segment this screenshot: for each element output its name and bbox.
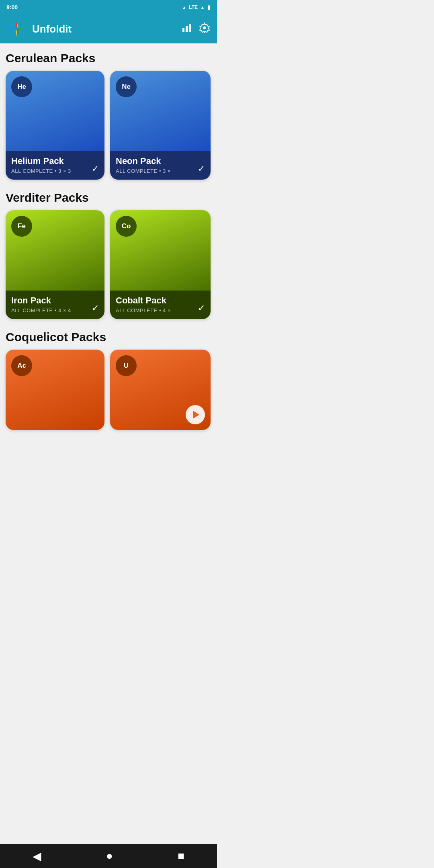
helium-badge: He bbox=[11, 76, 32, 97]
uranium-badge: U bbox=[116, 355, 137, 376]
svg-rect-8 bbox=[182, 28, 184, 32]
iron-card-name: Iron Pack bbox=[11, 295, 99, 306]
svg-point-11 bbox=[203, 27, 206, 29]
neon-check-icon: ✓ bbox=[198, 164, 205, 174]
cobalt-card-info: Cobalt Pack ALL COMPLETE • 4 × ✓ bbox=[110, 291, 211, 319]
neon-card-name: Neon Pack bbox=[116, 156, 205, 166]
status-icons: LTE bbox=[182, 4, 211, 10]
coquelicot-pack-row: Ac U bbox=[6, 350, 211, 430]
iron-card-info: Iron Pack ALL COMPLETE • 4 × 4 ✓ bbox=[6, 291, 104, 319]
iron-pack-card[interactable]: Fe Iron Pack ALL COMPLETE • 4 × 4 ✓ bbox=[6, 210, 104, 319]
cobalt-card-subtitle: ALL COMPLETE • 4 × bbox=[116, 307, 205, 313]
neon-card-subtitle: ALL COMPLETE • 3 × bbox=[116, 168, 205, 174]
cerulean-section: Cerulean Packs He Helium Pack ALL COMPLE… bbox=[6, 51, 211, 180]
helium-card-info: Helium Pack ALL COMPLETE • 3 × 3 ✓ bbox=[6, 151, 104, 180]
verditer-title: Verditer Packs bbox=[6, 191, 211, 205]
actinium-card-image: Ac bbox=[6, 350, 104, 430]
cerulean-title: Cerulean Packs bbox=[6, 51, 211, 65]
cerulean-pack-row: He Helium Pack ALL COMPLETE • 3 × 3 ✓ Ne… bbox=[6, 71, 211, 180]
iron-badge: Fe bbox=[11, 216, 32, 237]
chart-icon[interactable] bbox=[182, 23, 192, 35]
iron-card-subtitle: ALL COMPLETE • 4 × 4 bbox=[11, 307, 99, 313]
verditer-section: Verditer Packs Fe Iron Pack ALL COMPLETE… bbox=[6, 191, 211, 319]
app-logo bbox=[7, 19, 27, 39]
status-bar: 9:00 LTE bbox=[0, 0, 217, 14]
neon-badge: Ne bbox=[116, 76, 137, 97]
neon-card-image: Ne bbox=[110, 71, 211, 151]
cobalt-badge: Co bbox=[116, 216, 137, 237]
helium-check-icon: ✓ bbox=[92, 164, 99, 174]
iron-check-icon: ✓ bbox=[92, 303, 99, 313]
play-button[interactable] bbox=[186, 405, 205, 424]
app-bar-actions bbox=[182, 23, 210, 35]
helium-card-image: He bbox=[6, 71, 104, 151]
status-time: 9:00 bbox=[6, 4, 18, 10]
helium-card-subtitle: ALL COMPLETE • 3 × 3 bbox=[11, 168, 99, 174]
lte-label: LTE bbox=[189, 4, 198, 10]
content-area: Cerulean Packs He Helium Pack ALL COMPLE… bbox=[0, 43, 217, 449]
helium-card-name: Helium Pack bbox=[11, 156, 99, 166]
coquelicot-section: Coquelicot Packs Ac U bbox=[6, 330, 211, 430]
svg-rect-9 bbox=[186, 26, 188, 32]
actinium-pack-card[interactable]: Ac bbox=[6, 350, 104, 430]
iron-card-image: Fe bbox=[6, 210, 104, 291]
signal-icon bbox=[200, 4, 205, 10]
actinium-badge: Ac bbox=[11, 355, 32, 376]
battery-icon bbox=[207, 4, 211, 10]
app-bar: Unfoldit bbox=[0, 14, 217, 43]
cobalt-card-image: Co bbox=[110, 210, 211, 291]
cobalt-card-name: Cobalt Pack bbox=[116, 295, 205, 306]
coquelicot-title: Coquelicot Packs bbox=[6, 330, 211, 344]
cobalt-pack-card[interactable]: Co Cobalt Pack ALL COMPLETE • 4 × ✓ bbox=[110, 210, 211, 319]
uranium-card-image: U bbox=[110, 350, 211, 430]
cobalt-check-icon: ✓ bbox=[198, 303, 205, 313]
settings-icon[interactable] bbox=[199, 23, 210, 35]
neon-pack-card[interactable]: Ne Neon Pack ALL COMPLETE • 3 × ✓ bbox=[110, 71, 211, 180]
verditer-pack-row: Fe Iron Pack ALL COMPLETE • 4 × 4 ✓ Co C… bbox=[6, 210, 211, 319]
wifi-icon bbox=[182, 4, 186, 10]
neon-card-info: Neon Pack ALL COMPLETE • 3 × ✓ bbox=[110, 151, 211, 180]
svg-rect-10 bbox=[189, 24, 191, 32]
app-title: Unfoldit bbox=[32, 23, 176, 35]
uranium-pack-card[interactable]: U bbox=[110, 350, 211, 430]
helium-pack-card[interactable]: He Helium Pack ALL COMPLETE • 3 × 3 ✓ bbox=[6, 71, 104, 180]
